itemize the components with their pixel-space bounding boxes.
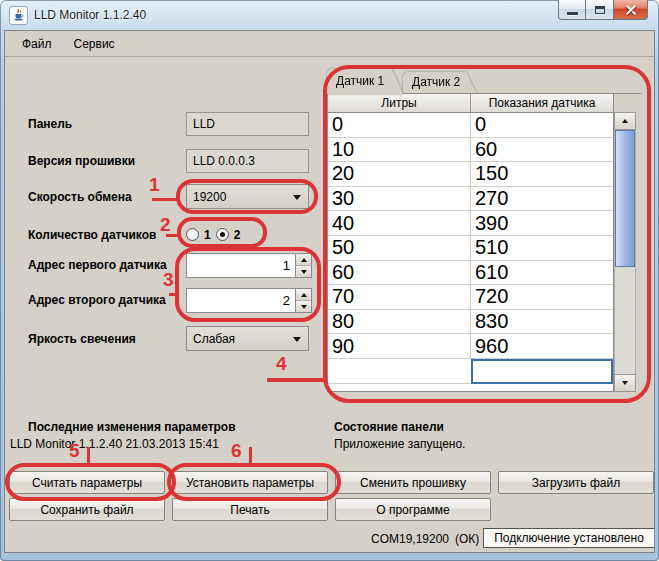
- annotation-6-label: 6: [231, 440, 242, 462]
- connection-status-box: Подключение установлено: [483, 528, 655, 548]
- cell-reading[interactable]: 0: [471, 113, 613, 137]
- table-row: 1060: [328, 138, 613, 163]
- annotation-4-label: 4: [276, 353, 287, 375]
- addr2-label: Адрес второго датчика: [28, 293, 166, 307]
- minimize-icon: [567, 12, 578, 15]
- panel-state-value: Приложение запущено.: [334, 437, 465, 451]
- table-row: 50510: [328, 236, 613, 261]
- firmware-field[interactable]: LLD 0.0.0.3: [186, 149, 309, 173]
- baud-label: Скорость обмена: [28, 190, 132, 204]
- cell-liters[interactable]: 30: [328, 187, 471, 211]
- tab-sensor-2-label: Датчик 2: [403, 72, 477, 89]
- spin-down-icon[interactable]: [296, 301, 311, 312]
- read-params-button[interactable]: Считать параметры: [9, 471, 165, 494]
- table-row: 30270: [328, 187, 613, 212]
- load-file-button[interactable]: Загрузить файл: [498, 471, 654, 494]
- radio-two-sensors[interactable]: [216, 228, 229, 241]
- cell-liters[interactable]: 10: [328, 138, 471, 162]
- scroll-up-icon: [622, 116, 628, 123]
- addr2-stepper[interactable]: 2: [186, 288, 312, 313]
- menu-file[interactable]: Файл: [11, 32, 63, 56]
- cell-liters[interactable]: 50: [328, 236, 471, 260]
- close-icon: [625, 4, 637, 16]
- maximize-icon: [595, 6, 605, 14]
- radio-one-sensor[interactable]: [186, 228, 199, 241]
- cell-liters[interactable]: 40: [328, 211, 471, 235]
- annotation-1-line: [152, 198, 178, 201]
- cell-reading[interactable]: 610: [471, 261, 613, 285]
- table-scrollbar[interactable]: [614, 112, 636, 392]
- addr1-label: Адрес первого датчика: [28, 258, 167, 272]
- cell-liters[interactable]: 80: [328, 310, 471, 334]
- panel-value: LLD: [193, 117, 215, 131]
- cell-reading[interactable]: 390: [471, 211, 613, 235]
- java-app-icon: [9, 6, 28, 25]
- title-bar[interactable]: LLD Monitor 1.1.2.40: [0, 0, 659, 30]
- tab-sensor-1-label: Датчик 1: [327, 69, 403, 88]
- window-title: LLD Monitor 1.1.2.40: [34, 8, 146, 22]
- sensor-count-label: Количество датчиков: [28, 228, 156, 242]
- addr1-value: 1: [283, 258, 290, 273]
- cell-reading[interactable]: 60: [471, 138, 613, 162]
- annotation-2-line: [166, 234, 179, 237]
- ok-status: (ОК): [455, 532, 479, 546]
- menu-service[interactable]: Сервис: [63, 32, 126, 56]
- cell-liters[interactable]: 70: [328, 285, 471, 309]
- scroll-down-button[interactable]: [614, 374, 636, 392]
- spin-down-icon[interactable]: [296, 266, 311, 277]
- baud-value: 19200: [193, 190, 226, 204]
- annotation-1-label: 1: [149, 174, 160, 196]
- cell-liters[interactable]: 20: [328, 162, 471, 186]
- table-row: 00: [328, 113, 613, 138]
- cell-reading[interactable]: 720: [471, 285, 613, 309]
- brightness-select[interactable]: Слабая: [186, 326, 309, 351]
- calibration-table: Литры Показания датчика 00 1060 20150 30…: [327, 93, 614, 392]
- table-row: 20150: [328, 162, 613, 187]
- cell-reading[interactable]: 270: [471, 187, 613, 211]
- app-window: LLD Monitor 1.1.2.40 Файл Сервис Панель …: [0, 0, 659, 561]
- firmware-label: Версия прошивки: [28, 154, 135, 168]
- chevron-down-icon: [293, 195, 301, 204]
- scrollbar-thumb[interactable]: [615, 130, 635, 267]
- tab-sensor-2[interactable]: Датчик 2: [403, 72, 477, 94]
- addr1-stepper[interactable]: 1: [186, 253, 312, 278]
- radio-two-label: 2: [234, 228, 241, 242]
- cell-liters[interactable]: 60: [328, 261, 471, 285]
- about-button[interactable]: О программе: [335, 498, 491, 521]
- last-changes-value: LLD Monitor 1.1.2.40 21.03.2013 15:41: [10, 437, 219, 451]
- cell-reading[interactable]: 510: [471, 236, 613, 260]
- connection-status-text: Подключение установлено: [494, 531, 644, 545]
- column-header-sensor[interactable]: Показания датчика: [471, 94, 613, 112]
- save-file-button[interactable]: Сохранить файл: [9, 498, 165, 521]
- table-row: 40390: [328, 211, 613, 236]
- scroll-down-icon: [622, 381, 628, 388]
- cell-reading[interactable]: 960: [471, 334, 613, 358]
- tab-sensor-1[interactable]: Датчик 1: [327, 69, 403, 94]
- cell-reading[interactable]: 150: [471, 162, 613, 186]
- window-content: Файл Сервис Панель LLD Версия прошивки L…: [4, 30, 655, 553]
- annotation-2-label: 2: [160, 214, 171, 236]
- cell-reading[interactable]: 830: [471, 310, 613, 334]
- panel-field[interactable]: LLD: [186, 112, 309, 136]
- radio-one-label: 1: [204, 228, 211, 242]
- change-firmware-button[interactable]: Сменить прошивку: [335, 471, 491, 494]
- spin-up-icon[interactable]: [296, 254, 311, 266]
- focused-cell[interactable]: [471, 359, 613, 384]
- cell-liters[interactable]: 90: [328, 334, 471, 358]
- print-button[interactable]: Печать: [172, 498, 328, 521]
- brightness-label: Яркость свечения: [28, 332, 136, 346]
- maximize-button[interactable]: [586, 0, 613, 20]
- scroll-up-button[interactable]: [614, 112, 636, 130]
- table-row: 60610: [328, 261, 613, 286]
- set-params-button[interactable]: Установить параметры: [172, 471, 328, 494]
- addr1-spin-buttons: [295, 254, 311, 277]
- column-header-liters[interactable]: Литры: [328, 94, 471, 112]
- minimize-button[interactable]: [558, 0, 586, 20]
- baud-select[interactable]: 19200: [186, 184, 309, 209]
- addr2-spin-buttons: [295, 289, 311, 312]
- spin-up-icon[interactable]: [296, 289, 311, 301]
- close-button[interactable]: [613, 0, 648, 20]
- last-changes-title: Последние изменения параметров: [28, 420, 236, 434]
- table-header: Литры Показания датчика: [328, 94, 613, 113]
- cell-liters[interactable]: 0: [328, 113, 471, 137]
